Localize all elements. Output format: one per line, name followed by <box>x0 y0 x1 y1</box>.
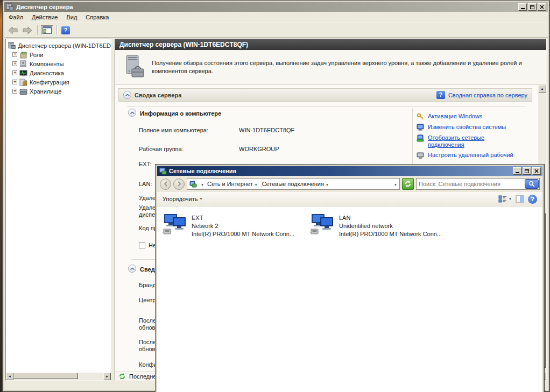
window-title: Диспетчер сервера <box>16 4 73 10</box>
full-computer-name-label: Полное имя компьютера: <box>139 127 208 133</box>
minimize-button[interactable] <box>518 3 527 11</box>
tree-item-diagnostics[interactable]: Диагностика <box>8 68 111 77</box>
console-tree-toggle-button[interactable] <box>41 25 53 35</box>
remote-desktop-link-row: Настроить удаленный рабочий <box>417 152 530 159</box>
collapse-icon[interactable] <box>123 91 131 99</box>
scroll-up-icon[interactable]: ▲ <box>539 85 546 92</box>
menu-view[interactable]: Вид <box>62 12 81 22</box>
tree-horizontal-scrollbar[interactable]: ◄ ► <box>6 373 111 380</box>
console-tree-panel: Диспетчер сервера (WIN-1DT6ED Роли Компо… <box>5 39 111 381</box>
expand-icon[interactable] <box>12 89 17 94</box>
connection-device: Intel(R) PRO/1000 MT Network Conn... <box>192 230 294 238</box>
system-properties-link[interactable]: Изменить свойства системы <box>428 124 506 131</box>
windows-update-label: Центр <box>139 297 156 303</box>
summary-help-icon: ? <box>436 91 445 99</box>
back-button[interactable] <box>6 26 19 35</box>
network-connections-titlebar[interactable]: Сетевые подключения <box>157 166 542 176</box>
network-connections-app-icon <box>159 167 167 175</box>
location-icon <box>189 181 197 188</box>
network-connections-link-row: Отобразить сетевые подключения <box>417 134 511 148</box>
tree-item-features[interactable]: Компоненты <box>8 59 111 68</box>
maximize-button[interactable] <box>528 3 537 11</box>
forward-button[interactable] <box>21 26 34 35</box>
summary-help-link[interactable]: Сводная справка по серверу <box>448 92 527 98</box>
remote-desktop-link[interactable]: Настроить удаленный рабочий <box>428 152 513 159</box>
preview-pane-button[interactable] <box>516 195 524 203</box>
hide-console-checkbox[interactable] <box>139 242 145 248</box>
scroll-right-icon[interactable]: ► <box>103 373 111 380</box>
breadcrumb[interactable]: Сеть и Интернет Сетевые подключения <box>187 178 400 190</box>
address-bar: Сеть и Интернет Сетевые подключения <box>157 176 542 192</box>
refresh-button[interactable] <box>402 178 414 190</box>
menu-action[interactable]: Действие <box>27 12 62 22</box>
overview-band: Получение обзора состояния этого сервера… <box>115 50 546 85</box>
scroll-left-icon[interactable]: ◄ <box>6 373 13 380</box>
maximize-button[interactable] <box>523 167 531 175</box>
connections-list: EXT Network 2 Intel(R) PRO/1000 MT Netwo… <box>157 206 542 392</box>
toolbar: ? <box>4 23 548 38</box>
organize-menu-button[interactable]: Упорядочить <box>163 196 202 202</box>
forward-arrow-icon <box>177 181 182 187</box>
refresh-icon <box>118 373 126 380</box>
minimize-button[interactable] <box>513 167 521 175</box>
forward-button[interactable] <box>173 179 185 190</box>
close-button[interactable] <box>532 167 541 175</box>
remote-desktop-icon <box>417 152 424 159</box>
tree-item-configuration[interactable]: Конфигурация <box>8 77 111 87</box>
activate-windows-link-row: Активация Windows <box>417 113 530 120</box>
back-button[interactable] <box>160 179 171 190</box>
help-icon[interactable]: ? <box>528 195 537 204</box>
ext-label: EXT: <box>139 161 151 167</box>
crumb-network-connections[interactable]: Сетевые подключения <box>261 180 330 188</box>
close-button[interactable] <box>538 3 546 11</box>
storage-icon <box>19 88 27 95</box>
crumb-network-and-internet[interactable]: Сеть и Интернет <box>206 180 259 188</box>
network-connections-link[interactable]: Отобразить сетевые подключения <box>428 134 509 148</box>
expand-icon[interactable] <box>12 80 17 84</box>
server-summary-sectionbar: Сводка сервера ? Сводная справка по серв… <box>118 88 532 102</box>
configuration-icon <box>19 79 27 86</box>
forward-arrow-icon <box>22 26 33 34</box>
collapse-icon[interactable] <box>128 265 136 273</box>
console-tree-icon <box>43 26 52 34</box>
server-manager-node-icon <box>8 42 16 49</box>
main-panel-header: Диспетчер сервера (WIN-1DT6EDCT8QF) <box>115 39 546 50</box>
network-connection-icon <box>163 213 187 236</box>
workgroup-label: Рабочая группа: <box>139 146 184 152</box>
tree-item-storage[interactable]: Хранилище <box>8 87 111 96</box>
expand-icon[interactable] <box>12 52 17 57</box>
views-button[interactable] <box>498 195 512 203</box>
help-button[interactable]: ? <box>60 26 71 35</box>
full-computer-name-value: WIN-1DT6EDCT8QF <box>239 127 294 133</box>
activate-windows-link[interactable]: Активация Windows <box>428 113 482 120</box>
back-arrow-icon <box>163 181 168 187</box>
features-icon <box>19 60 27 68</box>
collapse-icon[interactable] <box>128 109 136 117</box>
network-connections-icon <box>417 134 424 142</box>
system-properties-icon <box>417 124 424 131</box>
workgroup-value: WORKGROUP <box>239 146 279 152</box>
expand-icon[interactable] <box>12 61 17 66</box>
connection-network: Unidentified network <box>339 222 442 230</box>
menu-file[interactable]: Файл <box>4 12 27 22</box>
command-toolbar: Упорядочить ? <box>157 192 542 206</box>
history-dropdown-icon[interactable] <box>392 181 397 187</box>
search-input[interactable] <box>417 181 525 187</box>
preview-pane-icon <box>516 195 524 203</box>
system-properties-link-row: Изменить свойства системы <box>417 124 530 131</box>
server-manager-titlebar[interactable]: Диспетчер сервера <box>4 2 548 12</box>
tree-item-roles[interactable]: Роли <box>8 50 111 59</box>
refresh-icon <box>404 180 412 188</box>
search-button[interactable] <box>525 179 539 189</box>
server-summary-title: Сводка сервера <box>135 92 181 98</box>
connection-item-lan[interactable]: LAN Unidentified network Intel(R) PRO/10… <box>310 213 455 238</box>
expand-icon[interactable] <box>12 70 17 75</box>
crumb-dropdown-icon[interactable] <box>199 181 204 187</box>
menu-bar: Файл Действие Вид Справка <box>4 12 548 23</box>
tree-root-server-manager[interactable]: Диспетчер сервера (WIN-1DT6ED <box>8 41 111 50</box>
menu-help[interactable]: Справка <box>81 12 113 22</box>
tasks-links-column: Активация Windows Изменить свойства сист… <box>417 113 530 162</box>
connection-item-ext[interactable]: EXT Network 2 Intel(R) PRO/1000 MT Netwo… <box>163 213 308 238</box>
scrollbar-thumb[interactable] <box>13 373 78 379</box>
diagnostics-icon <box>19 69 27 77</box>
